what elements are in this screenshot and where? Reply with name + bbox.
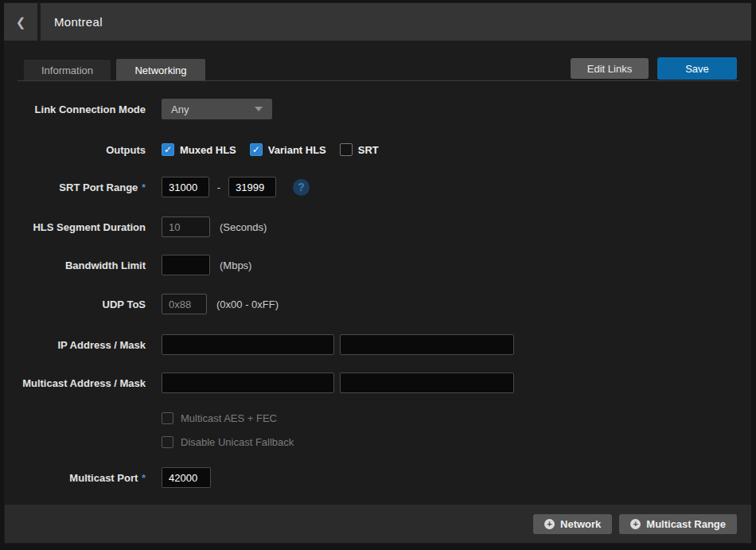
tab-networking[interactable]: Networking [116,59,205,81]
row-srt-port-range: SRT Port Range* - [0,177,756,197]
row-multicast-port: Multicast Port* [0,467,756,488]
row-outputs: Outputs Muxed HLS Variant HLS SRT [0,138,756,161]
back-button[interactable] [4,3,37,41]
row-multicast-address-mask: Multicast Address / Mask [0,372,756,393]
hls-segment-duration-label: HLS Segment Duration [0,221,146,233]
multicast-aes-fec-label: Multicast AES + FEC [181,412,277,424]
udp-tos-input[interactable] [162,294,207,314]
row-hls-segment-duration: HLS Segment Duration (Seconds) [0,216,756,237]
chevron-down-icon [255,107,263,111]
ip-address-input[interactable] [162,334,334,355]
udp-tos-unit: (0x00 - 0xFF) [216,298,279,310]
required-icon: * [138,473,146,484]
checkbox-icon [162,436,173,448]
multicast-address-mask-label: Multicast Address / Mask [0,376,146,388]
row-bandwidth-limit: Bandwidth Limit (Mbps) [0,255,756,275]
page-title: Montreal [54,15,103,29]
checkbox-icon [250,143,263,156]
plus-circle-icon [544,519,555,529]
bandwidth-limit-label: Bandwidth Limit [0,259,146,271]
row-multicast-aes-fec: Multicast AES + FEC [0,411,756,425]
muxed-hls-label: Muxed HLS [180,144,236,156]
srt-port-range-from-input[interactable] [162,177,209,197]
checkbox-icon [340,143,353,156]
variant-hls-label: Variant HLS [268,144,326,156]
multicast-port-input[interactable] [162,467,211,488]
row-ip-address-mask: IP Address / Mask [0,334,756,355]
srt-label: SRT [358,144,379,156]
required-icon: * [138,182,146,193]
hls-segment-duration-input[interactable] [162,216,210,237]
add-multicast-range-label: Multicast Range [646,518,726,530]
ip-mask-input[interactable] [340,334,514,355]
outputs-label: Outputs [0,144,146,156]
tab-information[interactable]: Information [24,60,111,80]
row-udp-tos: UDP ToS (0x00 - 0xFF) [0,294,756,314]
app-window: Montreal Information Networking Edit Lin… [0,0,756,550]
tab-underline [18,80,739,81]
range-separator: - [209,181,228,193]
srt-port-range-label: SRT Port Range* [0,181,146,193]
multicast-address-input[interactable] [162,373,334,393]
ip-address-mask-label: IP Address / Mask [0,338,146,350]
disable-unicast-fallback-label: Disable Unicast Fallback [181,436,294,448]
row-link-connection-mode: Link Connection Mode Any [0,99,756,119]
srt-port-range-to-input[interactable] [228,177,276,197]
udp-tos-label: UDP ToS [0,298,146,310]
footer-bar: Network Multicast Range [5,505,751,543]
checkbox-icon [162,412,173,424]
hls-segment-duration-unit: (Seconds) [220,221,267,233]
link-connection-mode-select[interactable]: Any [162,99,272,119]
checkbox-disable-unicast-fallback[interactable]: Disable Unicast Fallback [162,436,294,448]
add-network-label: Network [560,518,601,530]
link-connection-mode-label: Link Connection Mode [0,103,146,115]
checkbox-srt[interactable]: SRT [340,143,379,156]
checkbox-muxed-hls[interactable]: Muxed HLS [162,143,236,156]
link-connection-mode-value: Any [171,103,255,115]
help-icon[interactable] [293,179,310,196]
header-title-area: Montreal [41,3,751,41]
multicast-port-label: Multicast Port* [0,472,146,484]
edit-links-button[interactable]: Edit Links [571,58,649,79]
checkbox-multicast-aes-fec[interactable]: Multicast AES + FEC [162,412,277,424]
multicast-mask-input[interactable] [340,373,514,393]
checkbox-icon [162,143,174,156]
add-multicast-range-button[interactable]: Multicast Range [619,514,737,534]
save-button[interactable]: Save [657,57,737,80]
add-network-button[interactable]: Network [533,514,612,534]
row-disable-unicast-fallback: Disable Unicast Fallback [0,435,756,449]
bandwidth-limit-unit: (Mbps) [220,259,251,271]
plus-circle-icon [630,519,641,529]
checkbox-variant-hls[interactable]: Variant HLS [250,143,326,156]
header-bar: Montreal [4,3,751,41]
bandwidth-limit-input[interactable] [162,255,210,275]
